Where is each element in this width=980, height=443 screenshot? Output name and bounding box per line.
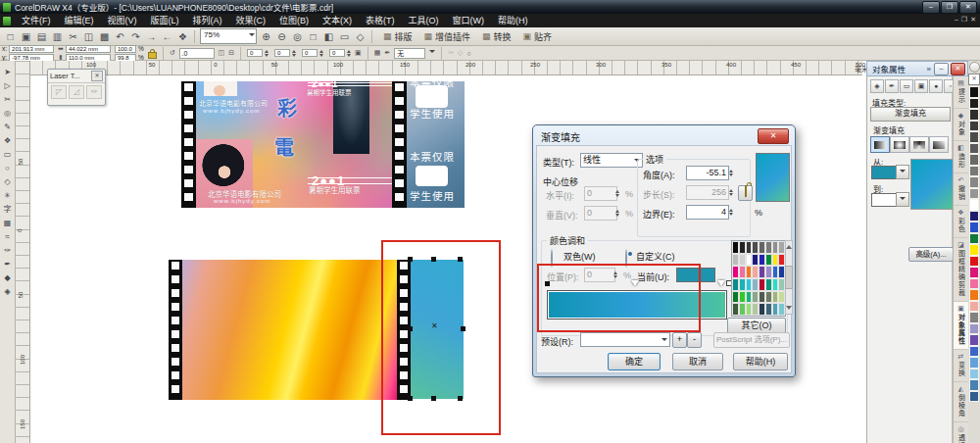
horizontal-input[interactable]: 0	[584, 186, 617, 201]
palette-color-swatch[interactable]	[969, 312, 979, 323]
corner-radius-field[interactable]: 0	[302, 49, 318, 57]
palette-color[interactable]	[759, 278, 765, 291]
link-corners-icon[interactable]: ▣	[355, 49, 362, 57]
palette-color-swatch[interactable]	[969, 289, 979, 301]
palette-scroll-up-button[interactable]	[969, 62, 980, 73]
menu-item[interactable]: 文本(X)	[316, 14, 359, 27]
cancel-button[interactable]: 取消	[672, 353, 723, 370]
no-color-swatch[interactable]: ✕	[968, 74, 980, 85]
palette-color-swatch[interactable]	[969, 301, 979, 313]
menu-item[interactable]: 视图(V)	[101, 14, 144, 27]
presets-select[interactable]	[580, 332, 670, 347]
steps-lock-button[interactable]	[738, 185, 753, 201]
palette-color[interactable]	[759, 266, 765, 278]
fill-tool[interactable]: ◆	[1, 271, 14, 284]
palette-color[interactable]	[778, 278, 785, 291]
app-launcher-icon[interactable]: ❖	[176, 31, 189, 42]
palette-color[interactable]	[739, 266, 746, 278]
palette-color-swatch[interactable]	[969, 143, 979, 155]
chevron-right-icon[interactable]: »	[927, 65, 934, 74]
docker-minimize-button[interactable]: –	[934, 63, 949, 75]
spinner[interactable]	[347, 48, 351, 59]
text-tool[interactable]: 字	[1, 203, 14, 216]
advanced-button[interactable]: 高级(A)...	[908, 247, 954, 262]
palette-color-swatch[interactable]	[969, 109, 979, 121]
doc-minimize-icon[interactable]: –	[955, 16, 958, 24]
docker-tab[interactable]: ⇄ 变换	[954, 350, 968, 382]
palette-color-swatch[interactable]	[969, 369, 979, 380]
palette-color-swatch[interactable]	[969, 176, 979, 188]
docker-tab[interactable]: ◧ 造形	[954, 141, 968, 173]
gradient-stop-marker[interactable]	[717, 280, 725, 290]
palette-color[interactable]	[752, 278, 759, 291]
palette-color-swatch[interactable]	[969, 154, 979, 166]
interactive-fill-tool[interactable]: ◈	[1, 285, 14, 298]
linear-gradient-button[interactable]	[870, 136, 890, 153]
rectangle-tool[interactable]: ▭	[1, 148, 14, 161]
object-width-field[interactable]: 44.022 mm	[66, 45, 111, 53]
plugins-button[interactable]: ▦增值插件	[418, 30, 477, 43]
spinner[interactable]	[615, 188, 619, 199]
zoom-tool[interactable]: ◎	[1, 107, 14, 120]
gradient-type-select[interactable]: 线性	[580, 153, 643, 168]
minimize-button[interactable]: –	[922, 1, 940, 14]
rotation-angle-field[interactable]: .0	[179, 48, 215, 59]
spinner[interactable]	[265, 48, 269, 59]
palette-color[interactable]	[752, 241, 759, 254]
mirror-vertical-icon[interactable]: ⊟	[228, 49, 234, 57]
laser-toolbar[interactable]: Laser T...✕ ◸◿✑	[47, 69, 106, 106]
palette-color-swatch[interactable]	[969, 121, 979, 132]
palette-color[interactable]	[732, 266, 739, 278]
uniform-fill-tab[interactable]: ▭	[900, 79, 913, 93]
docker-tab[interactable]: ◆ 对象	[954, 109, 968, 141]
edge-pad-input[interactable]: 4	[686, 205, 729, 220]
palette-color[interactable]	[746, 266, 753, 278]
palette-color[interactable]	[752, 266, 759, 278]
copy-icon[interactable]: ◫	[82, 31, 95, 42]
scale-x-field[interactable]: 100.0	[115, 45, 136, 53]
dialog-close-button[interactable]: ✕	[758, 128, 789, 144]
vertical-ruler[interactable]: 50050100150	[16, 61, 30, 443]
palette-color[interactable]	[778, 266, 785, 278]
palette-color[interactable]	[778, 303, 785, 316]
spinner[interactable]	[615, 208, 619, 219]
palette-color-swatch[interactable]	[969, 357, 979, 369]
to-color-dropdown[interactable]	[896, 192, 909, 207]
palette-color[interactable]	[752, 291, 759, 304]
wrap-text-icon[interactable]: ▦	[374, 49, 381, 57]
doc-close-icon[interactable]: ✕	[970, 16, 976, 24]
menu-item[interactable]: 表格(T)	[359, 14, 402, 27]
fill-type-select[interactable]: 渐变填充	[870, 107, 951, 122]
menu-item[interactable]: 位图(B)	[272, 14, 316, 27]
laser-tool-icon[interactable]: ◸	[51, 85, 67, 99]
palette-color[interactable]	[739, 241, 746, 254]
from-color-swatch[interactable]	[871, 166, 897, 179]
palette-color[interactable]	[739, 303, 746, 316]
docker-tab[interactable]: ▣ 对象属性	[954, 302, 968, 350]
palette-color-swatch[interactable]	[969, 98, 979, 110]
preset-add-button[interactable]: +	[672, 332, 687, 348]
new-icon[interactable]: □	[4, 31, 17, 42]
print-icon[interactable]: ▥	[51, 31, 64, 42]
redo-icon[interactable]: ↷	[129, 31, 142, 42]
spinner[interactable]	[729, 168, 733, 178]
palette-color-swatch[interactable]	[969, 267, 979, 278]
polygon-tool[interactable]: ◇	[1, 175, 14, 188]
close-icon[interactable]: ✕	[91, 71, 103, 81]
spinner[interactable]	[729, 187, 733, 198]
palette-color[interactable]	[746, 303, 753, 316]
palette-color[interactable]	[746, 291, 753, 304]
menu-item[interactable]: 文件(F)	[15, 14, 58, 27]
palette-color[interactable]	[732, 254, 739, 267]
docker-tab[interactable]: ◪ 图框精确剪裁	[954, 238, 968, 302]
open-icon[interactable]: ▣	[20, 31, 32, 42]
fill-tab-active[interactable]: ●	[929, 79, 943, 93]
export-icon[interactable]: ←	[161, 31, 173, 42]
layout-button[interactable]: ▦排版	[377, 30, 418, 43]
to-back-icon[interactable]: ◇	[458, 49, 463, 57]
movie-ticket-artwork[interactable]: 北京华语电影有限公司 www.bjhydy.com 彩 電 2●●1 暑期学生用…	[181, 81, 465, 208]
palette-color[interactable]	[772, 241, 779, 254]
paste-icon[interactable]: ▩	[98, 31, 111, 42]
gradient-fill-dialog[interactable]: 渐变填充 ✕ 类型(T): 线性 中心位移 水平(I): 0 % 垂直(V): …	[532, 124, 796, 377]
docker-tab[interactable]: ❖ 彩色	[954, 206, 968, 238]
